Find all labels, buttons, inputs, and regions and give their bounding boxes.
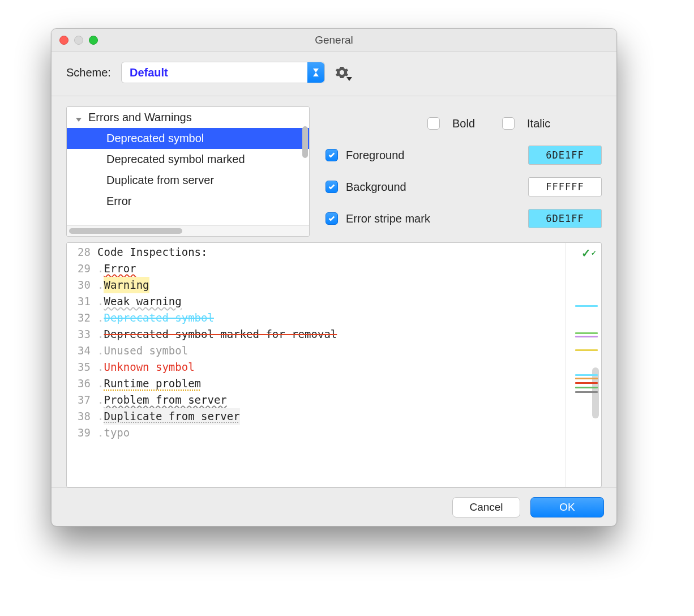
error-stripe-checkbox[interactable] bbox=[325, 212, 338, 225]
preview-line: Deprecated symbol marked for removal bbox=[104, 326, 337, 343]
preview-editor: 282930313233343536373839 Code Inspection… bbox=[66, 242, 602, 487]
tree-item-deprecated-marked[interactable]: Deprecated symbol marked bbox=[67, 149, 309, 170]
gutter: 282930313233343536373839 bbox=[67, 243, 94, 487]
preview-line: typo bbox=[104, 425, 130, 441]
tree-group[interactable]: Errors and Warnings bbox=[67, 107, 309, 128]
window-title: General bbox=[315, 34, 353, 46]
scheme-value: Default bbox=[130, 66, 168, 79]
checkmark-icon: ✓✓ bbox=[581, 246, 597, 260]
preview-line: Code Inspections: bbox=[97, 244, 207, 260]
vertical-scrollbar-thumb[interactable] bbox=[302, 126, 308, 158]
svg-marker-0 bbox=[313, 69, 319, 72]
preview-line: Unknown symbol bbox=[104, 359, 194, 375]
ok-button[interactable]: OK bbox=[530, 497, 604, 517]
stripe-mark[interactable] bbox=[575, 374, 598, 376]
background-checkbox[interactable] bbox=[325, 181, 338, 193]
stripe-mark[interactable] bbox=[575, 387, 598, 388]
titlebar: General bbox=[52, 29, 616, 52]
italic-label: Italic bbox=[527, 117, 550, 130]
tree-item-error[interactable]: Error bbox=[67, 191, 309, 212]
error-stripe-swatch[interactable]: 6DE1FF bbox=[528, 209, 602, 228]
stripe-mark[interactable] bbox=[575, 305, 598, 307]
preview-line: Error bbox=[104, 260, 136, 277]
scheme-row: Scheme: Default bbox=[52, 52, 616, 96]
error-stripe[interactable]: ✓✓ bbox=[565, 243, 601, 487]
horizontal-scrollbar-thumb[interactable] bbox=[69, 228, 182, 234]
window-controls bbox=[59, 36, 98, 45]
gear-icon[interactable] bbox=[335, 66, 349, 79]
italic-checkbox[interactable] bbox=[502, 117, 515, 130]
bold-checkbox[interactable] bbox=[427, 117, 440, 130]
scheme-label: Scheme: bbox=[66, 66, 111, 79]
chevron-down-icon bbox=[75, 113, 84, 122]
horizontal-scrollbar[interactable] bbox=[67, 226, 309, 236]
foreground-label: Foreground bbox=[346, 149, 459, 162]
stripe-mark[interactable] bbox=[575, 378, 598, 379]
preview-line: Warning bbox=[104, 277, 149, 293]
preview-line: Runtime problem bbox=[104, 375, 201, 392]
svg-marker-1 bbox=[313, 72, 319, 76]
cancel-button[interactable]: Cancel bbox=[452, 497, 520, 517]
background-swatch[interactable]: FFFFFF bbox=[528, 177, 602, 196]
preview-line: Weak warning bbox=[104, 293, 181, 310]
preview-line: Deprecated symbol bbox=[104, 310, 213, 326]
code-area[interactable]: Code Inspections:ErrorWarningWeak warnin… bbox=[94, 243, 565, 487]
stripe-mark[interactable] bbox=[575, 382, 598, 384]
style-controls: Bold Italic Foreground 6DE1FF bbox=[325, 106, 602, 237]
close-icon[interactable] bbox=[59, 36, 68, 45]
chevron-updown-icon bbox=[307, 62, 324, 83]
minimize-icon bbox=[74, 36, 83, 45]
foreground-checkbox[interactable] bbox=[325, 149, 338, 161]
settings-window: General Scheme: Default E bbox=[51, 28, 617, 527]
preview-line: Unused symbol bbox=[104, 343, 188, 359]
preview-line: Duplicate from server bbox=[104, 408, 239, 425]
background-label: Background bbox=[346, 181, 459, 194]
stripe-mark[interactable] bbox=[575, 349, 598, 351]
svg-marker-2 bbox=[76, 118, 82, 122]
tree-item-duplicate[interactable]: Duplicate from server bbox=[67, 170, 309, 191]
zoom-icon[interactable] bbox=[89, 36, 98, 45]
stripe-mark[interactable] bbox=[575, 336, 598, 337]
tree-item-deprecated-symbol[interactable]: Deprecated symbol bbox=[67, 128, 309, 149]
main-panel: Errors and Warnings Deprecated symbol De… bbox=[52, 96, 616, 487]
dialog-footer: Cancel OK bbox=[52, 487, 616, 526]
error-stripe-label: Error stripe mark bbox=[346, 212, 459, 225]
category-tree[interactable]: Errors and Warnings Deprecated symbol De… bbox=[66, 106, 310, 237]
stripe-mark[interactable] bbox=[575, 391, 598, 393]
bold-label: Bold bbox=[452, 117, 475, 130]
scheme-select[interactable]: Default bbox=[121, 62, 325, 83]
preview-line: Problem from server bbox=[104, 392, 226, 408]
foreground-swatch[interactable]: 6DE1FF bbox=[528, 146, 602, 165]
stripe-mark[interactable] bbox=[575, 332, 598, 334]
